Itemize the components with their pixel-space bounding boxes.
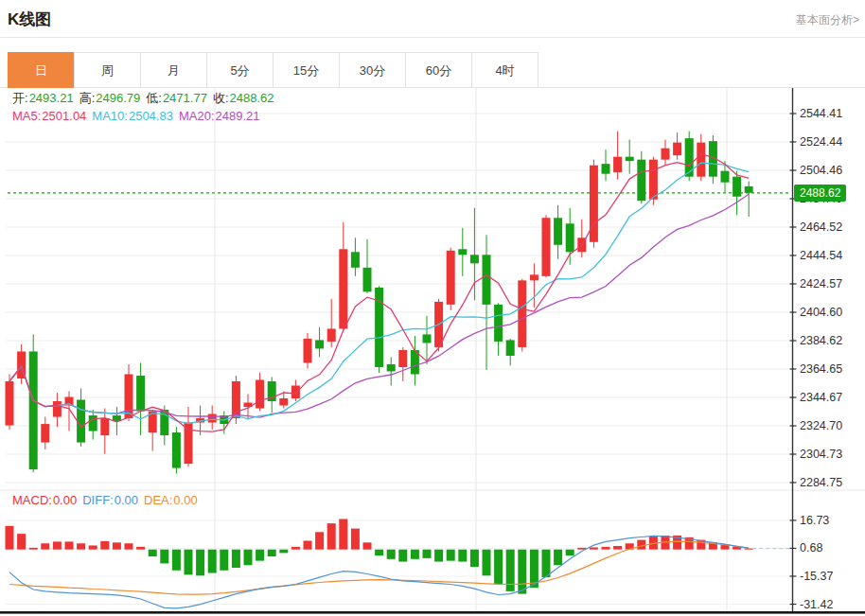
candle-body <box>29 351 38 469</box>
legend-label: 开: <box>12 91 28 105</box>
tab-interval-7[interactable]: 4时 <box>471 52 538 88</box>
tab-interval-5[interactable]: 30分 <box>339 52 406 88</box>
legend-value: 2504.83 <box>129 109 173 123</box>
macd-bar <box>29 548 38 550</box>
price-tick-label: 2384.62 <box>800 335 842 346</box>
candle-body <box>542 218 551 276</box>
macd-bar <box>304 541 312 550</box>
candle-body <box>89 415 97 431</box>
candle-body <box>458 249 467 255</box>
macd-bar <box>136 547 145 550</box>
candle-body <box>172 432 181 468</box>
macd-bar <box>6 526 14 550</box>
candle-body <box>77 400 85 443</box>
macd-bar <box>17 534 26 550</box>
macd-bar <box>506 550 515 591</box>
macd-bar <box>363 542 372 549</box>
macd-bar <box>220 550 228 571</box>
macd-bar <box>53 541 62 549</box>
legend-label: MA5: <box>12 109 41 123</box>
macd-bar <box>208 550 217 573</box>
legend-label: 低: <box>146 91 162 105</box>
macd-bar <box>483 550 491 576</box>
macd-bar <box>41 543 49 549</box>
macd-bar <box>77 543 85 549</box>
chart-canvas[interactable] <box>0 88 865 616</box>
macd-histogram <box>6 519 753 594</box>
macd-bar <box>160 550 168 564</box>
macd-bar <box>721 545 730 550</box>
tab-interval-3[interactable]: 5分 <box>206 52 274 88</box>
price-tick-label: 2404.60 <box>800 307 842 318</box>
candle-body <box>626 157 634 162</box>
macd-bar <box>423 550 432 558</box>
macd-bar <box>398 550 407 562</box>
candle-body <box>136 376 145 412</box>
legend-label: DIFF: <box>82 493 114 507</box>
candle-body <box>100 418 109 435</box>
macd-bar <box>518 550 526 594</box>
candle-body <box>279 398 288 406</box>
macd-bar <box>65 541 74 549</box>
last-price-badge: 2488.62 <box>794 185 846 202</box>
price-tick-label: 2324.70 <box>800 420 842 431</box>
macd-bar <box>554 550 562 566</box>
candle-body <box>662 149 670 160</box>
candle-body <box>327 328 336 342</box>
macd-bar <box>232 550 240 568</box>
legend-value: 2493.21 <box>29 91 74 105</box>
macd-bar <box>470 550 479 567</box>
macd-bar <box>602 547 610 550</box>
price-tick-label: 2304.73 <box>800 449 842 460</box>
legend-label: DEA: <box>144 493 172 507</box>
candle-body <box>530 274 538 280</box>
price-tick-label: 2424.57 <box>800 278 842 290</box>
macd-tick-label: 0.68 <box>800 542 822 554</box>
macd-bar <box>637 540 645 550</box>
candle-body <box>506 340 515 356</box>
candle-body <box>185 423 193 465</box>
candle-body <box>208 414 217 423</box>
macd-bar <box>458 550 467 562</box>
macd-bar <box>387 550 396 559</box>
legend-label: MACD: <box>12 493 52 507</box>
price-tick-label: 2444.54 <box>800 250 842 261</box>
tab-interval-4[interactable]: 15分 <box>273 52 340 88</box>
candle-body <box>447 251 455 305</box>
legend-value: 2501.04 <box>42 109 86 123</box>
macd-bar <box>172 550 181 571</box>
price-tick-label: 2504.46 <box>800 165 842 176</box>
macd-bar <box>566 550 574 555</box>
candle-body <box>673 143 681 156</box>
candle-body <box>745 186 753 193</box>
macd-bar <box>185 550 193 575</box>
macd-tick-label: -15.37 <box>800 571 833 582</box>
macd-bar <box>291 547 300 550</box>
price-tick-label: 2364.65 <box>800 363 842 375</box>
interval-tabbar: 日周月5分15分30分60分4时 <box>0 52 865 88</box>
fundamental-analysis-link[interactable]: 基本面分析> <box>796 12 859 28</box>
macd-legend: MACD:0.00DIFF:0.00DEA:0.00 <box>12 493 203 507</box>
macd-bar <box>327 523 336 550</box>
legend-value: 2496.79 <box>96 91 140 105</box>
macd-bar <box>113 542 121 549</box>
tab-interval-2[interactable]: 月 <box>140 52 207 88</box>
candle-body <box>387 364 396 372</box>
candle-body <box>518 280 526 347</box>
macd-bar <box>613 546 622 550</box>
legend-value: 0.00 <box>173 493 197 507</box>
macd-bar <box>542 550 551 577</box>
candle-body <box>483 255 491 305</box>
tab-interval-0[interactable]: 日 <box>8 52 75 88</box>
macd-bar <box>149 550 157 556</box>
candle-body <box>339 249 347 328</box>
macd-bar <box>590 547 598 549</box>
tab-interval-6[interactable]: 60分 <box>405 52 472 88</box>
candle-body <box>53 401 62 417</box>
candle-body <box>733 177 741 197</box>
macd-bar <box>411 550 419 559</box>
chart-area: 开:2493.21高:2496.79低:2471.77收:2488.62 MA5… <box>0 88 865 616</box>
macd-bar <box>315 532 324 549</box>
candle-body <box>363 268 372 292</box>
tab-interval-1[interactable]: 周 <box>74 52 141 88</box>
